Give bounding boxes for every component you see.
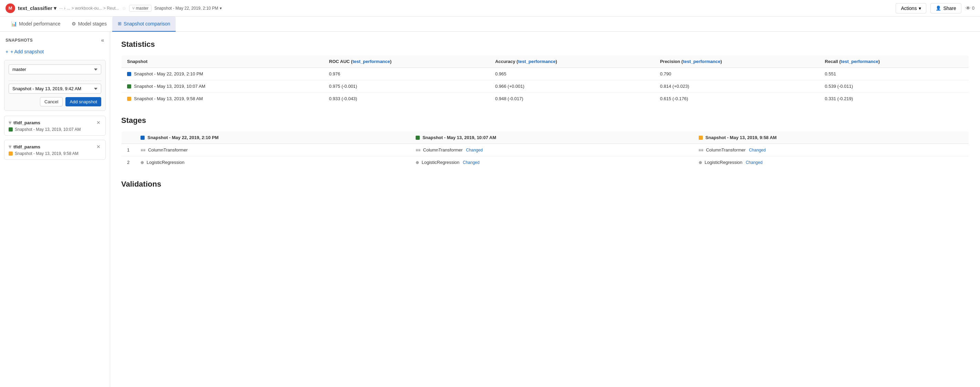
topbar-left: M text_classifier ▾ ··· › ... > workbook… bbox=[5, 3, 222, 13]
snapshot-card-1-date: Snapshot - May 13, 2019, 10:07 AM bbox=[9, 127, 101, 132]
logistic-regression-icon-3: ⊕ bbox=[699, 160, 702, 165]
col-precision: Precision (test_performance) bbox=[655, 56, 819, 68]
color-dot-yellow-row3 bbox=[127, 97, 131, 101]
snapshot-card-1-date-text: Snapshot - May 13, 2019, 10:07 AM bbox=[15, 127, 81, 132]
snapshot-card-2-date-text: Snapshot - May 13, 2019, 9:58 AM bbox=[15, 151, 78, 156]
stats-row-3-recall: 0.331 (-0.219) bbox=[819, 92, 969, 105]
snapshot-chevron-icon: ▾ bbox=[220, 6, 222, 11]
stats-row-2-snapshot: Snapshot - May 13, 2019, 10:07 AM bbox=[122, 80, 324, 92]
color-dot-green-row2 bbox=[127, 84, 131, 89]
breadcrumb-ellipsis: ··· bbox=[59, 6, 63, 11]
stats-row-1-snapshot: Snapshot - May 22, 2019, 2:10 PM bbox=[122, 68, 324, 80]
stages-num-col bbox=[122, 132, 135, 144]
stats-row-1-accuracy: 0.965 bbox=[490, 68, 655, 80]
stages-row-1-num: 1 bbox=[122, 144, 135, 156]
stages-title: Stages bbox=[121, 116, 969, 125]
statistics-title: Statistics bbox=[121, 40, 969, 49]
snapshot-card-1-title-text: tfidf_params bbox=[13, 120, 40, 125]
color-dot-green-1 bbox=[9, 127, 13, 132]
app-title[interactable]: text_classifier ▾ bbox=[18, 5, 56, 11]
branch-name: master bbox=[136, 6, 149, 11]
add-snapshot-submit-button[interactable]: Add snapshot bbox=[65, 97, 101, 107]
form-buttons: Cancel Add snapshot bbox=[9, 97, 101, 107]
breadcrumb: ··· › ... > workbook-ou... > Reut... bbox=[59, 6, 119, 11]
actions-label: Actions bbox=[901, 5, 916, 11]
snapshot-select[interactable]: Snapshot - May 13, 2019, 9:42 AM bbox=[9, 84, 101, 94]
tab-model-performance-label: Model performance bbox=[19, 21, 60, 27]
main-content: Statistics Snapshot ROC AUC (test_perfor… bbox=[110, 32, 980, 387]
tab-snapshot-comparison[interactable]: ⊞ Snapshot comparison bbox=[112, 16, 176, 32]
logistic-regression-icon-1: ⊕ bbox=[140, 160, 144, 165]
tab-model-performance[interactable]: 📊 Model performance bbox=[5, 16, 66, 32]
app-title-text: text_classifier bbox=[18, 5, 52, 11]
tab-snapshot-comparison-label: Snapshot comparison bbox=[124, 21, 170, 27]
main-layout: SNAPSHOTS « + + Add snapshot master Snap… bbox=[0, 32, 980, 387]
add-snapshot-button[interactable]: + + Add snapshot bbox=[0, 46, 110, 57]
branch-badge[interactable]: ⑂ master bbox=[129, 5, 152, 12]
model-performance-icon: 📊 bbox=[11, 21, 17, 27]
stats-row-3-precision: 0.615 (-0.176) bbox=[655, 92, 819, 105]
star-icon[interactable]: ☆ bbox=[122, 5, 126, 11]
eye-count: 0 bbox=[972, 5, 975, 11]
col-recall: Recall (test_performance) bbox=[819, 56, 969, 68]
breadcrumb-separator: › bbox=[64, 6, 65, 11]
share-icon: 👤 bbox=[935, 5, 941, 11]
eye-badge: 👁 0 bbox=[966, 5, 975, 11]
chevron-down-icon: ▾ bbox=[54, 5, 56, 11]
accuracy-link[interactable]: test_performance bbox=[518, 59, 555, 64]
statistics-table: Snapshot ROC AUC (test_performance) Accu… bbox=[121, 55, 969, 105]
stats-row-3-snapshot: Snapshot - May 13, 2019, 9:58 AM bbox=[122, 92, 324, 105]
branch-select[interactable]: master bbox=[9, 64, 101, 74]
actions-button[interactable]: Actions ▾ bbox=[896, 3, 926, 13]
tab-model-stages[interactable]: ⚙ Model stages bbox=[66, 16, 112, 32]
branch-icon-2: ⑂ bbox=[9, 144, 11, 150]
stages-row-1-col3: ≡≡ ColumnTransformer Changed bbox=[693, 144, 969, 156]
snapshot-card-1-header: ⑂ tfidf_params ✕ bbox=[9, 119, 101, 126]
stats-row-2-roc: 0.975 (-0.001) bbox=[324, 80, 490, 92]
stages-col1-dot bbox=[140, 135, 145, 140]
close-card-2-button[interactable]: ✕ bbox=[96, 143, 101, 150]
sidebar-header: SNAPSHOTS « bbox=[0, 32, 110, 46]
precision-link[interactable]: test_performance bbox=[683, 59, 721, 64]
share-button[interactable]: 👤 Share bbox=[931, 3, 961, 13]
branch-icon: ⑂ bbox=[132, 6, 135, 11]
nav-tabs: 📊 Model performance ⚙ Model stages ⊞ Sna… bbox=[0, 16, 980, 32]
recall-link[interactable]: test_performance bbox=[841, 59, 878, 64]
stats-row-3-accuracy: 0.948 (-0.017) bbox=[490, 92, 655, 105]
stages-header-row: Snapshot - May 22, 2019, 2:10 PM Snapsho… bbox=[122, 132, 969, 144]
changed-badge-row2-col3[interactable]: Changed bbox=[746, 160, 763, 165]
topbar-right: Actions ▾ 👤 Share 👁 0 bbox=[896, 3, 975, 13]
changed-badge-row1-col3[interactable]: Changed bbox=[749, 148, 766, 153]
stats-row-2-recall: 0.539 (-0.011) bbox=[819, 80, 969, 92]
close-card-1-button[interactable]: ✕ bbox=[96, 119, 101, 126]
color-dot-blue-row1 bbox=[127, 72, 131, 76]
roc-auc-link[interactable]: test_performance bbox=[353, 59, 390, 64]
stats-table-header-row: Snapshot ROC AUC (test_performance) Accu… bbox=[122, 56, 969, 68]
stages-table: Snapshot - May 22, 2019, 2:10 PM Snapsho… bbox=[121, 131, 969, 169]
changed-badge-row2-col2[interactable]: Changed bbox=[463, 160, 480, 165]
breadcrumb-path: ... > workbook-ou... > Reut... bbox=[67, 6, 119, 11]
stats-row-3-roc: 0.933 (-0.043) bbox=[324, 92, 490, 105]
stages-row-1-col2: ≡≡ ColumnTransformer Changed bbox=[410, 144, 693, 156]
changed-badge-row1-col2[interactable]: Changed bbox=[466, 148, 483, 153]
cancel-button[interactable]: Cancel bbox=[40, 97, 63, 107]
actions-chevron-icon: ▾ bbox=[919, 5, 921, 11]
add-snapshot-submit-label: Add snapshot bbox=[70, 99, 97, 104]
snapshot-form: master Snapshot - May 13, 2019, 9:42 AM … bbox=[4, 60, 106, 111]
add-snapshot-label: + Add snapshot bbox=[10, 49, 44, 54]
stats-row-1-recall: 0.551 bbox=[819, 68, 969, 80]
logistic-regression-icon-2: ⊕ bbox=[415, 160, 419, 165]
snapshot-card-1: ⑂ tfidf_params ✕ Snapshot - May 13, 2019… bbox=[4, 116, 106, 135]
stats-row-2: Snapshot - May 13, 2019, 10:07 AM 0.975 … bbox=[122, 80, 969, 92]
stages-col-3: Snapshot - May 13, 2019, 9:58 AM bbox=[693, 132, 969, 144]
validations-section: Validations bbox=[121, 180, 969, 189]
stages-col2-dot bbox=[415, 135, 420, 140]
cancel-label: Cancel bbox=[45, 99, 58, 104]
collapse-sidebar-button[interactable]: « bbox=[101, 37, 104, 43]
eye-icon: 👁 bbox=[966, 5, 971, 11]
stats-row-1: Snapshot - May 22, 2019, 2:10 PM 0.976 0… bbox=[122, 68, 969, 80]
stats-row-3: Snapshot - May 13, 2019, 9:58 AM 0.933 (… bbox=[122, 92, 969, 105]
topbar: M text_classifier ▾ ··· › ... > workbook… bbox=[0, 0, 980, 16]
stats-row-2-accuracy: 0.966 (+0.001) bbox=[490, 80, 655, 92]
snapshot-info[interactable]: Snapshot - May 22, 2019, 2:10 PM ▾ bbox=[154, 6, 221, 11]
